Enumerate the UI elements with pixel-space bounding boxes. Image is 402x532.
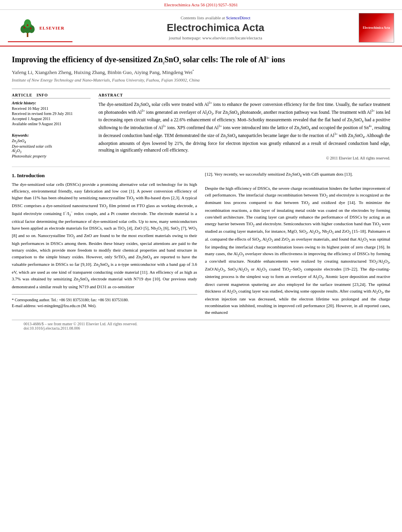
doi-text: doi:10.1016/j.electacta.2011.08.006 [24,326,378,330]
elsevier-tree-icon [16,17,39,38]
sciencedirect-anchor[interactable]: ScienceDirect [226,15,250,20]
body-right-column: [12]. Very recently, we successfully sen… [205,171,391,316]
journal-center: Contents lists available at ScienceDirec… [72,15,359,40]
footnote-section: * Corresponding author. Tel.: +86 591 83… [12,294,197,309]
copyright-text: © 2011 Elsevier Ltd. All rights reserved… [98,156,390,160]
issn-text: 0013-4686/$ – see front matter © 2011 El… [24,322,378,326]
article-info-abstract: ARTICLE INFO Article history: Received 1… [12,89,390,160]
journal-header: ELSEVIER Contents lists available at Sci… [0,10,402,46]
article-info-panel: ARTICLE INFO Article history: Received 1… [12,93,91,160]
article-info-heading: ARTICLE INFO [12,93,91,98]
accepted-date: Accepted 1 August 2011 [12,117,91,121]
body-right-text-1: [12]. Very recently, we successfully sen… [205,171,391,179]
article-content: Improving the efficiency of dye-sensitiz… [0,46,402,340]
svg-point-7 [27,24,28,26]
abstract-text: The dye-sensitized Zn2SnO4 solar cells w… [98,101,390,154]
footnote-email: E-mail address: wei-mingdeng@fzu.edu.cn … [12,303,197,309]
abstract-heading: ABSTRACT [98,93,390,98]
body-content: 1. Introduction The dye-sensitized solar… [12,171,390,316]
affiliation-text: Institute of New Energy Technology and N… [12,78,390,82]
body-left-column: 1. Introduction The dye-sensitized solar… [12,171,197,316]
elsevier-brand-label: ELSEVIER [39,26,65,30]
journal-title: Electrochimica Acta [72,22,359,34]
online-date: Available online 9 August 2011 [12,122,91,126]
article-title: Improving the efficiency of dye-sensitiz… [12,54,390,65]
body-right-text-2: Despite the high efficiency of DSSCs, th… [205,185,391,316]
elsevier-logo: ELSEVIER [8,13,72,42]
journal-homepage: journal homepage: www.elsevier.com/locat… [72,35,359,40]
keywords-label: Keywords: [12,133,91,137]
svg-point-4 [24,19,31,28]
abstract-panel: ABSTRACT The dye-sensitized Zn2SnO4 sola… [98,93,390,160]
footnote-corresponding: * Corresponding author. Tel.: +86 591 83… [12,297,197,303]
body-left-text: The dye-sensitized solar cells (DSSCs) p… [12,181,197,290]
section-divider [12,167,390,167]
section-1-heading: 1. Introduction [12,172,197,179]
journal-citation: Electrochimica Acta 56 (2011) 9257–9261 [164,2,238,7]
svg-point-6 [30,28,31,29]
sciencedirect-link: Contents lists available at ScienceDirec… [72,15,359,20]
received-date: Received 16 May 2011 [12,106,91,111]
journal-cover-image: Electrochimica Acta [359,13,394,43]
keyword-1: Zn2SnO4 [12,139,91,144]
authors-line: Yafeng Li, Xiangzhen Zheng, Huixing Zhan… [12,69,390,76]
article-history-label: Article history: [12,101,91,105]
keyword-2: Dye-sensitized solar cells [12,144,91,148]
top-header-bar: Electrochimica Acta 56 (2011) 9257–9261 [0,0,402,10]
keyword-4: Photovoltaic property [12,154,91,158]
keyword-3: Al2O3 [12,148,91,154]
bottom-bar: 0013-4686/$ – see front matter © 2011 El… [12,320,390,332]
svg-point-5 [24,27,25,28]
keywords-list: Zn2SnO4 Dye-sensitized solar cells Al2O3… [12,139,91,158]
revised-date: Received in revised form 29 July 2011 [12,111,91,116]
